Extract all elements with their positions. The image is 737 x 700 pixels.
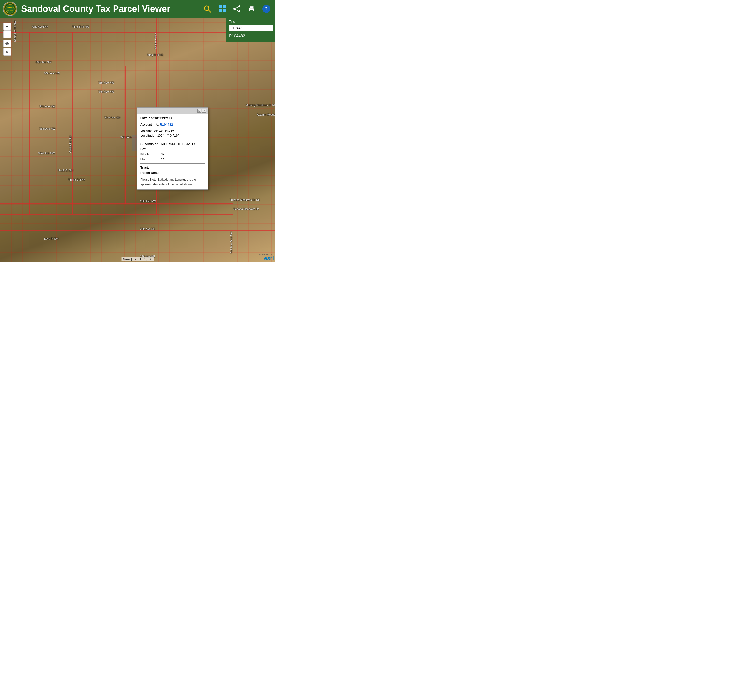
svg-rect-9 — [219, 9, 222, 12]
account-info-line: Account Info: R104482 — [140, 122, 205, 127]
longitude-line: Longitude: -106° 44' 0.716" — [140, 133, 205, 138]
popup-titlebar: □ × — [137, 108, 208, 113]
svg-text:COUNTY: COUNTY — [8, 8, 12, 10]
search-tool-button[interactable] — [202, 3, 213, 15]
block-value: 39 — [161, 152, 165, 157]
block-row: Block: 39 — [140, 152, 205, 157]
share-tool-button[interactable] — [231, 3, 243, 15]
header-toolbar: ? — [202, 3, 272, 15]
svg-point-19 — [253, 8, 254, 9]
svg-rect-17 — [250, 10, 253, 12]
zoom-out-button[interactable]: − — [3, 31, 11, 38]
lat-label: Latitude: — [140, 129, 153, 132]
svg-point-11 — [238, 5, 240, 7]
svg-rect-18 — [250, 6, 253, 8]
lon-label: Longitude: — [140, 134, 155, 137]
find-panel: Find R104482 — [226, 18, 275, 42]
unit-label: Unit: — [140, 157, 160, 162]
popup-close-button[interactable]: × — [202, 109, 206, 113]
svg-text:NEW MEXICO: NEW MEXICO — [7, 10, 13, 11]
latitude-line: Latitude: 35° 18' 44.359" — [140, 128, 205, 134]
parcel-popup: □ × UPC: 1009073337182 Account Info: R10… — [137, 107, 208, 190]
map-controls: + − — [3, 23, 11, 56]
subdivision-label: Subdivision: — [140, 141, 160, 147]
svg-line-15 — [235, 9, 238, 11]
account-info-label: Account Info: — [140, 123, 159, 126]
unit-row: Unit: 22 — [140, 157, 205, 162]
popup-content: UPC: 1009073337182 Account Info: R104482… — [137, 113, 208, 189]
esri-brand: esri — [264, 256, 274, 261]
find-input[interactable] — [228, 25, 273, 31]
popup-minimize-button[interactable]: □ — [197, 109, 201, 113]
svg-rect-7 — [219, 5, 222, 8]
find-label: Find — [228, 20, 273, 24]
print-tool-button[interactable] — [246, 3, 257, 15]
upc-value: 1009073337182 — [149, 116, 172, 120]
upc-line: UPC: 1009073337182 — [140, 116, 205, 121]
popup-note: Please Note: Latitude and Longitude is t… — [140, 178, 205, 187]
lon-value: -106° 44' 0.716" — [156, 134, 179, 137]
map-view[interactable]: King Ave NW King Blvd NW King Blvd NE 33… — [0, 18, 275, 262]
subdivision-row: Subdivision: RIO RANCHO ESTATES — [140, 141, 205, 147]
svg-point-22 — [6, 51, 8, 53]
lat-value: 35° 18' 44.359" — [154, 129, 175, 132]
tract-label: Tract: — [140, 165, 160, 170]
subdivision-value: RIO RANCHO ESTATES — [161, 141, 196, 147]
esri-logo: POWERED BY esri — [259, 253, 274, 261]
parcel-des-label: Parcel Des.: — [140, 170, 160, 175]
svg-point-13 — [238, 10, 240, 12]
map-attribution: Maxar | Esri, HERE, iPC — [122, 257, 154, 261]
parcel-des-row: Parcel Des.: — [140, 170, 205, 175]
lot-value: 18 — [161, 147, 165, 152]
app-header: SANDOVAL COUNTY NEW MEXICO Sandoval Coun… — [0, 0, 275, 18]
popup-divider-2 — [140, 163, 205, 164]
locate-button[interactable] — [3, 48, 11, 56]
grid-tool-button[interactable] — [216, 3, 228, 15]
zoom-in-button[interactable]: + — [3, 23, 11, 30]
lot-row: Lot: 18 — [140, 147, 205, 152]
home-button[interactable] — [3, 40, 11, 47]
unit-value: 22 — [161, 157, 165, 162]
help-tool-button[interactable]: ? — [260, 3, 272, 15]
svg-point-12 — [234, 8, 235, 10]
upc-label: UPC: — [140, 116, 148, 120]
lot-label: Lot: — [140, 147, 160, 152]
popup-controls: □ × — [197, 109, 206, 113]
svg-line-14 — [235, 7, 238, 8]
svg-text:SANDOVAL: SANDOVAL — [7, 6, 13, 8]
coordinates-block: Latitude: 35° 18' 44.359" Longitude: -10… — [140, 128, 205, 139]
block-label: Block: — [140, 152, 160, 157]
find-result-item[interactable]: R104482 — [228, 33, 273, 39]
app-title: Sandoval County Tax Parcel Viewer — [21, 4, 202, 14]
svg-rect-10 — [223, 9, 226, 12]
county-logo: SANDOVAL COUNTY NEW MEXICO — [3, 2, 17, 16]
svg-text:?: ? — [265, 6, 268, 11]
tract-row: Tract: — [140, 165, 205, 170]
account-link[interactable]: R104482 — [160, 123, 173, 126]
svg-rect-8 — [223, 5, 226, 8]
svg-line-6 — [208, 10, 211, 12]
